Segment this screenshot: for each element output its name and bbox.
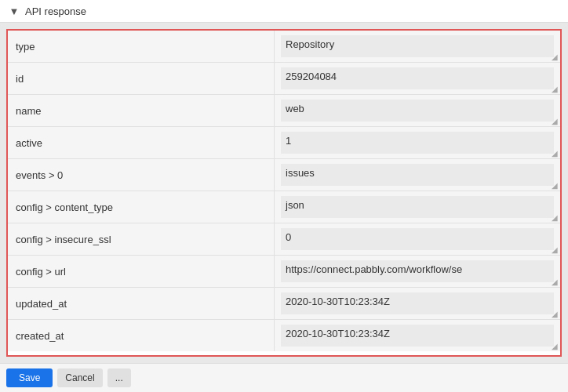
table-row: created_at◢: [8, 320, 560, 351]
table-row: name◢: [8, 95, 560, 127]
table-row: config > insecure_ssl◢: [8, 223, 560, 256]
row-value-cell: ◢: [275, 159, 560, 191]
row-value-input[interactable]: [281, 325, 554, 347]
table-row: updated_at◢: [8, 288, 560, 320]
resize-handle-icon: ◢: [551, 85, 559, 93]
row-value-input[interactable]: [281, 132, 554, 154]
resize-handle-icon: ◢: [551, 53, 559, 60]
row-key: updated_at: [8, 288, 275, 319]
row-value-cell: ◢: [275, 256, 560, 287]
table-row: id◢: [8, 63, 560, 95]
row-value-input[interactable]: [281, 100, 554, 122]
row-value-input[interactable]: [281, 35, 554, 57]
resize-handle-icon: ◢: [551, 278, 559, 285]
row-value-input[interactable]: [281, 292, 554, 314]
row-value-input[interactable]: [281, 228, 554, 250]
collapse-icon[interactable]: ▼: [8, 5, 20, 17]
row-key: config > insecure_ssl: [8, 223, 275, 255]
row-key: active: [8, 127, 275, 158]
row-key: config > url: [8, 256, 275, 287]
row-value-input[interactable]: [281, 196, 554, 218]
table-row: active◢: [8, 127, 560, 159]
top-bar: ▼ API response: [0, 0, 568, 23]
resize-handle-icon: ◢: [551, 149, 559, 157]
extra-button[interactable]: ...: [107, 368, 131, 387]
row-value-cell: ◢: [275, 320, 560, 351]
table-row: config > content_type◢: [8, 191, 560, 223]
bottom-bar: Save Cancel ...: [0, 363, 568, 392]
row-key: name: [8, 95, 275, 126]
resize-handle-icon: ◢: [551, 181, 559, 189]
resize-handle-icon: ◢: [551, 245, 559, 253]
api-response-panel: type◢id◢name◢active◢events > 0◢config > …: [6, 29, 562, 357]
row-key: events > 0: [8, 159, 275, 191]
row-value-cell: ◢: [275, 288, 560, 319]
row-key: type: [8, 31, 275, 62]
table-row: type◢: [8, 31, 560, 63]
row-value-cell: ◢: [275, 63, 560, 94]
panel-title: API response: [25, 5, 86, 17]
row-key: id: [8, 63, 275, 94]
table-scroll[interactable]: type◢id◢name◢active◢events > 0◢config > …: [8, 31, 560, 355]
main-container: type◢id◢name◢active◢events > 0◢config > …: [0, 23, 568, 363]
row-value-input[interactable]: [281, 67, 554, 89]
table-row: config > url◢: [8, 256, 560, 288]
row-key: created_at: [8, 320, 275, 351]
row-value-cell: ◢: [275, 127, 560, 158]
row-value-input[interactable]: [281, 164, 554, 186]
resize-handle-icon: ◢: [551, 342, 559, 350]
table-row: events > 0◢: [8, 159, 560, 191]
resize-handle-icon: ◢: [551, 310, 559, 318]
resize-handle-icon: ◢: [551, 117, 559, 125]
row-value-cell: ◢: [275, 191, 560, 223]
row-value-cell: ◢: [275, 95, 560, 126]
resize-handle-icon: ◢: [551, 213, 559, 221]
save-button[interactable]: Save: [6, 368, 53, 387]
row-value-cell: ◢: [275, 223, 560, 255]
row-value-input[interactable]: [281, 260, 554, 282]
cancel-button[interactable]: Cancel: [57, 368, 102, 387]
row-value-cell: ◢: [275, 31, 560, 62]
row-key: config > content_type: [8, 191, 275, 223]
